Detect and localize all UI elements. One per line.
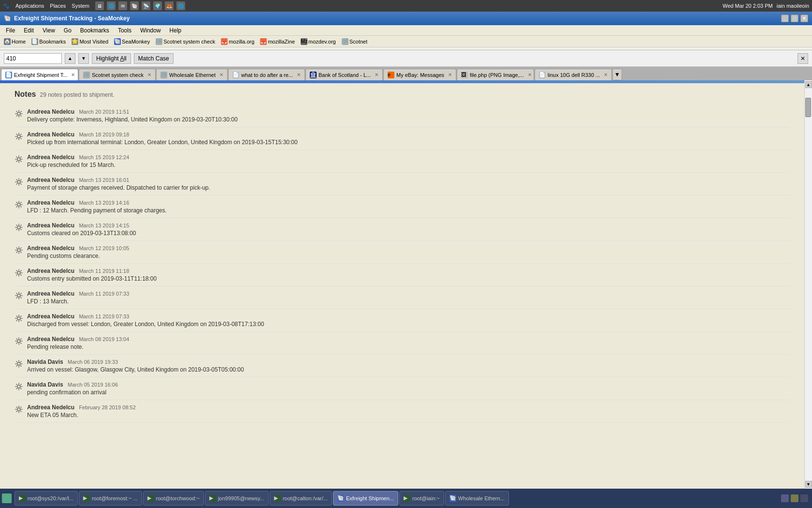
note-text-0: Delivery complete: Inverness, Highland, …	[27, 116, 790, 123]
scroll-track[interactable]	[805, 88, 812, 481]
tab-bank[interactable]: 🏦 Bank of Scotland - L... ✕	[305, 69, 383, 80]
taskbar-btn-foremost[interactable]: ▶ root@foremost:~ ...	[79, 491, 142, 506]
bookmark-scotnet[interactable]: 🔗 Scotnet system check	[154, 38, 217, 45]
taskbar-right	[781, 494, 810, 502]
menu-file[interactable]: File	[2, 26, 19, 35]
tab-ebay[interactable]: e My eBay: Messages ✕	[383, 69, 456, 80]
browser-icon[interactable]: 🌐	[107, 1, 116, 10]
os-quick-launch: 🖥 🌐 ✉ 🐚 📡 🌍 🦊 🌐	[95, 1, 185, 10]
tab-exfreight-icon: 📄	[5, 72, 12, 78]
tab-exfreight[interactable]: 📄 Exfreight Shipment T... ✕	[1, 69, 78, 80]
system-menu[interactable]: System	[72, 3, 89, 9]
tab-ebay-close[interactable]: ✕	[448, 72, 452, 77]
close-button[interactable]: ✕	[800, 15, 808, 22]
bookmark-mozilla[interactable]: 🦊 mozilla.org	[219, 38, 256, 45]
note-item: Andreea Nedelcu March 12 2019 10:05 Pend…	[14, 241, 790, 264]
tab-file-close[interactable]: ✕	[528, 72, 532, 77]
menu-go[interactable]: Go	[60, 26, 75, 35]
tab-exfreight-label: Exfreight Shipment T...	[14, 72, 67, 78]
match-case-button[interactable]: Match Case	[134, 53, 174, 64]
taskbar-volume-icon[interactable]	[791, 494, 798, 502]
tab-whattodo-close[interactable]: ✕	[297, 72, 301, 77]
firefox-icon[interactable]: 🦊	[165, 1, 174, 10]
note-gear-icon-10[interactable]	[14, 337, 23, 345]
highlight-all-underline: A	[120, 55, 124, 62]
note-gear-icon-11[interactable]	[14, 359, 23, 368]
note-date-5: March 13 2019 14:15	[79, 223, 129, 228]
bookmark-bookmarks[interactable]: 📑 Bookmarks	[29, 38, 68, 45]
mail-icon[interactable]: ✉	[118, 1, 127, 10]
bookmark-home[interactable]: 🏠 Home	[2, 38, 28, 45]
taskbar-btn-wholesale[interactable]: 🐚 Wholesale Ethern...	[445, 491, 509, 506]
note-gear-icon-12[interactable]	[14, 382, 23, 391]
scroll-down-button[interactable]: ▼	[805, 481, 812, 488]
globe-icon[interactable]: 🌍	[153, 1, 162, 10]
maximize-button[interactable]: □	[791, 15, 798, 22]
bookmark-most-visited[interactable]: ⭐ Most Visited	[70, 38, 110, 45]
find-prev-button[interactable]: ▲	[65, 53, 75, 64]
note-author-9: Andreea Nedelcu	[27, 313, 74, 320]
network-icon[interactable]: 📡	[142, 1, 150, 10]
note-gear-icon-9[interactable]	[14, 314, 23, 323]
taskbar-btn-jon99905[interactable]: ▶ jon99905@newsy...	[205, 491, 269, 506]
taskbar-power-icon[interactable]	[800, 494, 808, 502]
tab-linux-close[interactable]: ✕	[604, 72, 608, 77]
note-gear-icon-7[interactable]	[14, 269, 23, 277]
menu-window[interactable]: Window	[136, 26, 165, 35]
bookmark-mozdev[interactable]: Mz mozdev.org	[299, 38, 338, 45]
bookmark-seamonkey[interactable]: 🐚 SeaMonkey	[112, 38, 152, 45]
places-menu[interactable]: Places	[50, 3, 66, 9]
note-gear-icon-3[interactable]	[14, 178, 23, 186]
scrollbar[interactable]: ▲ ▼	[804, 80, 812, 489]
tab-scotnet-close[interactable]: ✕	[147, 72, 151, 77]
note-gear-icon-5[interactable]	[14, 223, 23, 232]
note-gear-icon-13[interactable]	[14, 405, 23, 414]
taskbar-btn-sys20[interactable]: ▶ root@sys20:/var/l...	[14, 491, 78, 506]
monitor-icon[interactable]: 🖥	[95, 1, 104, 10]
tab-whattodo[interactable]: 📄 what to do after a re... ✕	[228, 69, 305, 80]
tab-exfreight-close[interactable]: ✕	[71, 72, 75, 77]
tabs-overflow-button[interactable]: ▼	[612, 69, 622, 80]
svg-point-2	[17, 158, 20, 161]
note-date-13: February 28 2019 08:52	[79, 404, 135, 410]
tab-bank-close[interactable]: ✕	[375, 72, 378, 77]
note-gear-icon-4[interactable]	[14, 200, 23, 209]
world-icon[interactable]: 🌐	[176, 1, 185, 10]
menu-help[interactable]: Help	[166, 26, 186, 35]
seamonkey-icon[interactable]: 🐚	[130, 1, 139, 10]
note-gear-icon-2[interactable]	[14, 155, 23, 164]
tab-wholesale[interactable]: 🔗 Wholesale Ethernet ✕	[156, 69, 228, 80]
find-input[interactable]	[4, 53, 62, 64]
note-gear-icon-8[interactable]	[14, 291, 23, 300]
svg-point-8	[17, 294, 20, 297]
scroll-up-button[interactable]: ▲	[805, 81, 812, 88]
menu-edit[interactable]: Edit	[20, 26, 38, 35]
find-next-button[interactable]: ▼	[78, 53, 89, 64]
menu-tools[interactable]: Tools	[114, 26, 135, 35]
bookmark-scotnet2[interactable]: 🔗 Scotnet	[340, 38, 369, 45]
taskbar-btn-calton[interactable]: ▶ root@calton:/var/...	[270, 491, 332, 506]
note-gear-icon-1[interactable]	[14, 132, 23, 141]
note-gear-icon-6[interactable]	[14, 246, 23, 254]
minimize-button[interactable]: _	[781, 15, 789, 22]
tab-scotnet[interactable]: 🔗 Scotnet system check ✕	[79, 69, 156, 80]
tab-linux[interactable]: 📄 linux 10G dell R330 ... ✕	[535, 69, 612, 80]
menu-bookmarks[interactable]: Bookmarks	[76, 26, 113, 35]
taskbar-btn-rootiain[interactable]: ▶ root@iain:~	[399, 491, 444, 506]
applications-menu[interactable]: Applications	[15, 3, 44, 9]
menu-view[interactable]: View	[39, 26, 59, 35]
scroll-thumb[interactable]	[805, 98, 811, 117]
scroll-container[interactable]: Notes 29 notes posted to shipment. Andre…	[0, 80, 804, 489]
taskbar-show-desktop-icon[interactable]	[2, 493, 12, 503]
taskbar-network-icon[interactable]	[781, 494, 789, 502]
taskbar-btn-torchwood[interactable]: ▶ root@torchwood:~	[143, 491, 204, 506]
find-close-button[interactable]: ✕	[798, 53, 808, 64]
tab-file[interactable]: 🖼 file.php (PNG Image,... ✕	[457, 69, 534, 80]
taskbar-btn-exfreight[interactable]: 🐚 Exfreight Shipmen...	[333, 491, 398, 506]
tab-wholesale-close[interactable]: ✕	[219, 72, 223, 77]
bookmark-mozillazine[interactable]: 🦊 mozillaZine	[258, 38, 297, 45]
note-gear-icon-0[interactable]	[14, 109, 23, 118]
highlight-all-button[interactable]: Highlight All	[92, 53, 131, 64]
bookmark-scotnet-label: Scotnet system check	[163, 39, 215, 45]
tab-ebay-label: My eBay: Messages	[396, 72, 444, 78]
